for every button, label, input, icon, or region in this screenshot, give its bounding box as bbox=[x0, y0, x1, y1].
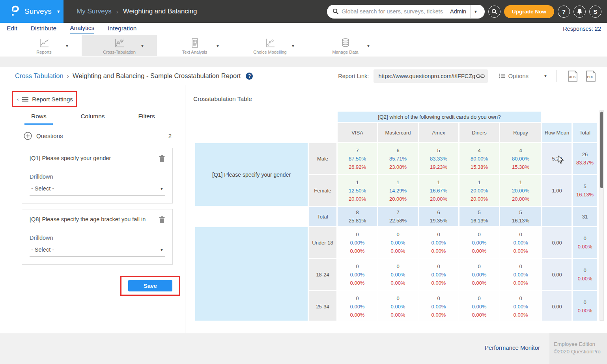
chevron-down-icon[interactable]: ▼ bbox=[216, 44, 220, 48]
report-link-field[interactable]: https://www.questionpro.com/t/lFFCZg bbox=[374, 69, 488, 83]
question-card-q1: [Q1] Please specify your gender Drilldow… bbox=[22, 148, 173, 203]
toolbar-cross-tabulation[interactable]: ▼ Cross-Tabulation bbox=[82, 35, 157, 56]
crosstab-question-label: [Q1] Please specify your gender bbox=[195, 143, 308, 206]
report-url[interactable]: https://www.questionpro.com/t/lFFCZg bbox=[378, 73, 476, 79]
trash-icon[interactable] bbox=[159, 155, 165, 162]
search-submit-button[interactable] bbox=[488, 6, 501, 18]
toolbar-choice-modelling[interactable]: ▼ Choice Modelling bbox=[232, 35, 308, 56]
crosstab-column-header: Diners bbox=[459, 123, 499, 142]
chevron-down-icon[interactable]: ▼ bbox=[140, 44, 144, 48]
crosstab-cell: 00.00%0.00% bbox=[378, 259, 418, 290]
add-question-icon[interactable] bbox=[24, 132, 32, 140]
search-scope-selector[interactable]: Admin bbox=[446, 8, 470, 15]
text-analysis-icon bbox=[190, 38, 200, 48]
question-title: [Q8] Please specify the age bracket you … bbox=[30, 216, 159, 222]
crosstab-cell bbox=[195, 112, 336, 122]
brand-label: Surveys bbox=[24, 7, 52, 16]
hamburger-icon bbox=[22, 97, 28, 102]
breadcrumb-separator-icon: › bbox=[116, 8, 118, 15]
crosstab-cell: 120.00%20.00% bbox=[459, 175, 499, 206]
crosstab-cell: 116.67%20.00% bbox=[419, 175, 458, 206]
notifications-button[interactable] bbox=[573, 6, 586, 18]
crosstab-cell: 120.00%20.00% bbox=[500, 175, 541, 206]
tab-columns[interactable]: Columns bbox=[66, 111, 120, 124]
page-footer: Performance Monitor Employee Edition ©20… bbox=[0, 333, 607, 364]
drilldown-label: Drilldown bbox=[30, 174, 165, 180]
bell-icon bbox=[577, 8, 583, 15]
vertical-scrollbar[interactable] bbox=[600, 110, 604, 321]
chevron-down-icon: ▼ bbox=[160, 187, 164, 191]
crosstab-row-header: 18-24 bbox=[309, 259, 336, 290]
export-xls-button[interactable]: XLS bbox=[567, 71, 579, 82]
tab-rows[interactable]: Rows bbox=[12, 111, 66, 124]
breadcrumb-my-surveys[interactable]: My Surveys bbox=[77, 7, 112, 15]
divider bbox=[556, 70, 557, 82]
survey-nav: Edit Distribute Analytics Integration Re… bbox=[0, 23, 607, 35]
search-icon bbox=[332, 8, 339, 15]
questions-header: Questions 2 bbox=[24, 130, 172, 141]
chevron-down-icon[interactable]: ▼ bbox=[543, 74, 547, 78]
upgrade-now-button[interactable]: Upgrade Now bbox=[504, 5, 554, 18]
chevron-down-icon[interactable]: ▼ bbox=[366, 44, 370, 48]
crosstab-cell bbox=[195, 207, 308, 226]
crosstab-cell: 00.00%0.00% bbox=[419, 227, 458, 258]
crosstab-total-cell: 00.00% bbox=[573, 227, 597, 258]
nav-edit[interactable]: Edit bbox=[7, 25, 17, 33]
chevron-down-icon[interactable]: ▼ bbox=[291, 44, 295, 48]
report-settings-button[interactable]: ‹ Report Settings bbox=[13, 92, 76, 106]
crosstab-rowmean-cell: 0.00 bbox=[542, 291, 572, 321]
nav-analytics[interactable]: Analytics bbox=[70, 24, 94, 34]
scrollbar-thumb[interactable] bbox=[600, 112, 603, 188]
user-avatar[interactable]: S bbox=[589, 6, 601, 18]
report-header: Cross Tabulation › Weighting and Balanci… bbox=[0, 67, 607, 85]
trash-icon[interactable] bbox=[159, 216, 165, 224]
drilldown-label: Drilldown bbox=[30, 235, 165, 241]
question-title: [Q1] Please specify your gender bbox=[30, 155, 159, 161]
nav-distribute[interactable]: Distribute bbox=[31, 25, 56, 33]
crosstab-column-header: Rupay bbox=[500, 123, 541, 142]
crosstab-cell: 112.50%20.00% bbox=[338, 175, 377, 206]
drilldown-select-q8[interactable]: - Select - ▼ bbox=[30, 246, 165, 257]
settings-tabs: Rows Columns Filters bbox=[12, 111, 174, 124]
toolbar-text-analysis[interactable]: ▼ Text Analysis bbox=[157, 35, 232, 56]
svg-text:XLS: XLS bbox=[569, 75, 576, 79]
analytics-toolbar: ▼ Reports ▼ Cross-Tabulation ▼ Text Anal… bbox=[0, 35, 607, 56]
toolbar-label: Cross-Tabulation bbox=[103, 50, 136, 54]
crosstab-total-cell: 00.00% bbox=[573, 291, 597, 321]
nav-integration[interactable]: Integration bbox=[108, 25, 136, 33]
toolbar-reports[interactable]: ▼ Reports bbox=[6, 35, 82, 56]
scope-chevron-down-icon[interactable]: ▼ bbox=[471, 9, 481, 14]
tab-filters[interactable]: Filters bbox=[120, 111, 174, 124]
crosstab-cell: 00.00%0.00% bbox=[419, 259, 458, 290]
options-list-icon bbox=[499, 73, 505, 78]
crosstab-total-header: Total bbox=[573, 123, 597, 142]
crosstab-total-cell: 00.00% bbox=[573, 259, 597, 290]
crosstab-rowmean-cell: 5.20 bbox=[542, 143, 572, 174]
performance-monitor-link[interactable]: Performance Monitor bbox=[485, 344, 540, 351]
cross-tabulation-link[interactable]: Cross Tabulation bbox=[15, 72, 64, 80]
responses-count: Responses: 22 bbox=[563, 26, 607, 32]
drilldown-select-q1[interactable]: - Select - ▼ bbox=[30, 185, 165, 196]
help-button[interactable]: ? bbox=[558, 6, 570, 18]
crosstab-heading: Crosstabulation Table bbox=[193, 95, 252, 103]
crosstab-question-label bbox=[195, 227, 308, 321]
options-button[interactable]: Options bbox=[499, 73, 529, 79]
toolbar-manage-data[interactable]: ▼ Manage Data bbox=[308, 35, 383, 56]
surveys-menu-button[interactable]: Surveys ▼ bbox=[0, 0, 64, 23]
crosstab-cell bbox=[542, 112, 572, 122]
crosstab-rowmean-cell bbox=[542, 207, 572, 226]
crosstab-cell: 00.00%0.00% bbox=[338, 259, 377, 290]
crosstab-cell bbox=[195, 123, 336, 142]
help-circle-icon[interactable]: ? bbox=[246, 73, 253, 80]
export-pdf-button[interactable]: PDF bbox=[585, 71, 597, 82]
questionpro-app: Surveys ▼ My Surveys › Weighting and Bal… bbox=[0, 0, 607, 364]
crosstab-cell: 516.13% bbox=[500, 207, 541, 226]
report-content: ‹ Report Settings Rows Columns Filters bbox=[0, 85, 607, 333]
search-input[interactable] bbox=[342, 8, 446, 15]
chevron-down-icon[interactable]: ▼ bbox=[65, 44, 69, 48]
report-actions: Report Link: https://www.questionpro.com… bbox=[338, 69, 607, 83]
save-button[interactable]: Save bbox=[128, 280, 172, 291]
crosstab-cell: 114.29%20.00% bbox=[378, 175, 418, 206]
spacer-band bbox=[0, 57, 607, 67]
cross-tab-chart-icon bbox=[114, 38, 125, 48]
